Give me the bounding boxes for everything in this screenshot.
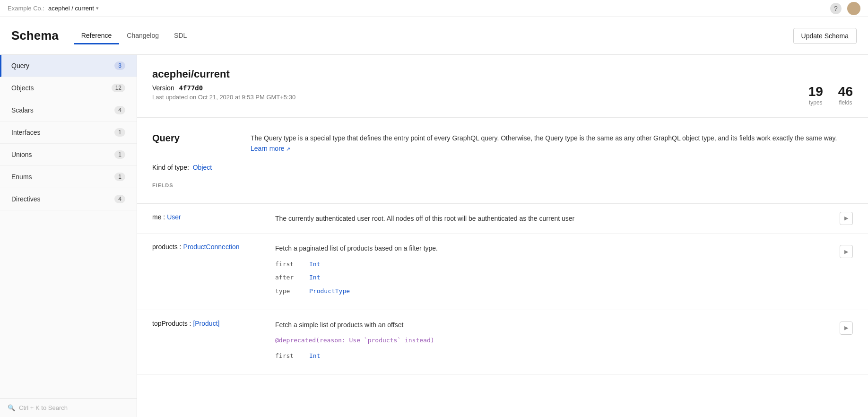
query-description-text: The Query type is a special type that de…	[251, 134, 837, 142]
arg-after-type[interactable]: Int	[309, 273, 320, 283]
arg-topproducts-first-name: first	[275, 351, 304, 361]
main-content: acephei/current Version 4f77d0 Last upda…	[137, 55, 868, 417]
arg-type-type[interactable]: ProductType	[309, 287, 350, 296]
sidebar-item-label: Directives	[11, 195, 40, 203]
schema-tabs: Reference Changelog SDL	[74, 17, 195, 55]
sidebar-badge-unions: 1	[114, 150, 125, 159]
tab-sdl[interactable]: SDL	[166, 28, 194, 44]
schema-info-title: acephei/current	[152, 68, 853, 80]
arg-first-name: first	[275, 260, 304, 269]
company-label: Example Co.:	[8, 5, 44, 12]
sidebar-item-query[interactable]: Query 3	[0, 55, 137, 77]
types-count: 19	[808, 84, 823, 99]
update-schema-button[interactable]: Update Schema	[793, 28, 857, 44]
arg-row-after: after Int	[275, 273, 853, 283]
query-type-section: Query The Query type is a special type t…	[137, 118, 868, 204]
field-topproducts-args: first Int	[275, 351, 853, 361]
field-products-name: products	[152, 243, 178, 251]
arg-first-type[interactable]: Int	[309, 260, 320, 269]
arg-row-topproducts-first: first Int	[275, 351, 853, 361]
workspace-path: acephei / current	[48, 5, 94, 12]
sidebar-item-label: Objects	[11, 84, 34, 92]
arg-row-first: first Int	[275, 260, 853, 269]
field-topproducts-type[interactable]: [Product]	[193, 320, 219, 327]
field-products-right: Fetch a paginated list of products based…	[275, 243, 853, 300]
kind-label: Kind of type:	[152, 164, 189, 171]
types-stat: 19 types	[808, 84, 823, 106]
query-header-row: Query The Query type is a special type t…	[152, 133, 853, 154]
sidebar-badge-enums: 1	[114, 173, 125, 181]
sidebar-item-label: Query	[11, 62, 29, 70]
sidebar-item-interfaces[interactable]: Interfaces 1	[0, 122, 137, 144]
page-title: Schema	[11, 28, 59, 43]
search-placeholder: Ctrl + K to Search	[19, 404, 68, 411]
sidebar-item-enums[interactable]: Enums 1	[0, 166, 137, 188]
kind-value-link[interactable]: Object	[193, 164, 212, 171]
query-description: The Query type is a special type that de…	[251, 133, 853, 154]
field-me-separator: :	[163, 213, 167, 221]
sidebar-badge-query: 3	[114, 61, 125, 70]
field-me-name: me	[152, 213, 161, 221]
field-me-description: The currently authenticated user root. A…	[275, 213, 853, 224]
field-topproducts-description: Fetch a simple list of products with an …	[275, 320, 853, 330]
sidebar-item-label: Unions	[11, 151, 32, 158]
sidebar-item-label: Interfaces	[11, 129, 40, 136]
version-label: Version	[152, 84, 174, 92]
schema-header: Schema Reference Changelog SDL Update Sc…	[0, 17, 868, 55]
schema-header-left: Schema Reference Changelog SDL	[11, 17, 194, 55]
field-topproducts-name: topProducts	[152, 320, 188, 327]
chevron-down-icon: ▾	[96, 5, 99, 11]
field-me-left: me : User	[152, 213, 275, 221]
arg-topproducts-first-type[interactable]: Int	[309, 351, 320, 361]
help-icon[interactable]: ?	[830, 3, 842, 14]
tab-changelog[interactable]: Changelog	[119, 28, 166, 44]
topbar: Example Co.: acephei / current ▾ ?	[0, 0, 868, 17]
topbar-left: Example Co.: acephei / current ▾	[8, 5, 99, 12]
sidebar-item-directives[interactable]: Directives 4	[0, 188, 137, 210]
fields-stat: 46 fields	[838, 84, 853, 106]
last-updated: Last updated on Oct 21, 2020 at 9:53 PM …	[152, 94, 295, 101]
field-row-me: me : User The currently authenticated us…	[137, 204, 868, 234]
field-row-topproducts: topProducts : [Product] Fetch a simple l…	[137, 310, 868, 375]
arg-type-name: type	[275, 287, 304, 296]
arg-after-name: after	[275, 273, 304, 283]
field-products-args: first Int after Int type ProductType	[275, 260, 853, 296]
field-topproducts-play-button[interactable]: ▶	[840, 321, 853, 335]
play-icon: ▶	[844, 249, 848, 255]
workspace-selector[interactable]: acephei / current ▾	[48, 5, 99, 12]
avatar[interactable]	[847, 2, 860, 15]
field-products-left: products : ProductConnection	[152, 243, 275, 251]
sidebar: Query 3 Objects 12 Scalars 4 Interfaces …	[0, 55, 137, 417]
version-block: Version 4f77d0 Last updated on Oct 21, 2…	[152, 84, 295, 101]
sidebar-badge-scalars: 4	[114, 106, 125, 114]
schema-info-meta: Version 4f77d0 Last updated on Oct 21, 2…	[152, 84, 853, 106]
topbar-right: ?	[830, 2, 860, 15]
sidebar-item-label: Scalars	[11, 106, 34, 114]
schema-stats: 19 types 46 fields	[808, 84, 853, 106]
fields-section-label: FIELDS	[152, 182, 853, 188]
learn-more-link[interactable]: Learn more ↗	[251, 145, 290, 152]
tab-reference[interactable]: Reference	[74, 28, 120, 44]
play-icon: ▶	[844, 325, 848, 331]
sidebar-nav: Query 3 Objects 12 Scalars 4 Interfaces …	[0, 55, 137, 398]
field-me-type[interactable]: User	[167, 213, 181, 221]
sidebar-item-scalars[interactable]: Scalars 4	[0, 99, 137, 122]
sidebar-badge-interfaces: 1	[114, 128, 125, 137]
sidebar-search[interactable]: 🔍 Ctrl + K to Search	[0, 398, 137, 417]
query-type-title: Query	[152, 133, 228, 144]
sidebar-item-label: Enums	[11, 173, 32, 181]
fields-label: fields	[839, 99, 852, 106]
field-products-description: Fetch a paginated list of products based…	[275, 243, 853, 253]
sidebar-item-unions[interactable]: Unions 1	[0, 144, 137, 166]
sidebar-item-objects[interactable]: Objects 12	[0, 77, 137, 99]
field-topproducts-right: Fetch a simple list of products with an …	[275, 320, 853, 365]
field-products-type[interactable]: ProductConnection	[183, 243, 239, 251]
search-icon: 🔍	[8, 404, 15, 411]
field-topproducts-deprecated: @deprecated(reason: Use `products` inste…	[275, 336, 853, 346]
field-products-play-button[interactable]: ▶	[840, 245, 853, 258]
fields-count: 46	[838, 84, 853, 99]
arg-row-type: type ProductType	[275, 287, 853, 296]
field-topproducts-left: topProducts : [Product]	[152, 320, 275, 327]
field-me-play-button[interactable]: ▶	[840, 212, 853, 225]
sidebar-badge-objects: 12	[112, 84, 125, 92]
